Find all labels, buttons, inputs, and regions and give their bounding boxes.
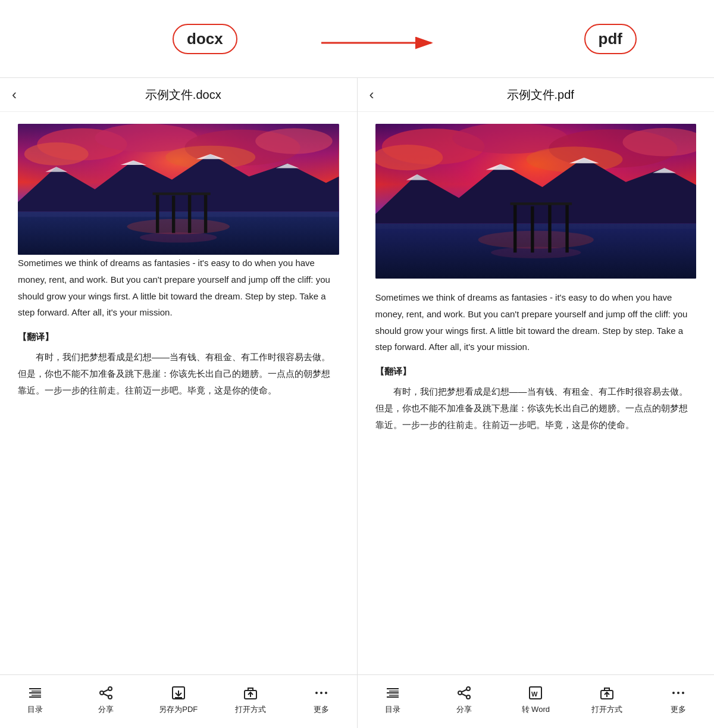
left-more-label: 更多 [314, 704, 329, 715]
docx-label: docx [173, 24, 237, 54]
docx-bubble: docx [173, 24, 237, 54]
left-photo [18, 124, 339, 255]
left-toolbar-save-pdf[interactable]: 另存为PDF [159, 685, 198, 715]
pdf-label: pdf [584, 24, 637, 54]
right-list-icon [384, 685, 401, 701]
left-more-icon [313, 685, 330, 701]
right-panel-header: ‹ 示例文件.pdf [358, 78, 715, 112]
svg-point-41 [320, 692, 322, 694]
svg-rect-60 [513, 204, 516, 252]
svg-rect-57 [375, 224, 697, 229]
svg-rect-21 [188, 192, 191, 233]
svg-text:W: W [531, 690, 538, 698]
svg-rect-61 [531, 207, 534, 253]
right-catalog-label: 目录 [385, 704, 400, 715]
svg-point-6 [95, 124, 198, 152]
right-share-label: 分享 [456, 704, 472, 715]
right-share-icon [456, 685, 472, 701]
right-translation: 有时，我们把梦想看成是幻想——当有钱、有租金、有工作时很容易去做。但是，你也不能… [375, 383, 697, 433]
word-icon: W [527, 685, 544, 701]
svg-rect-23 [153, 192, 211, 195]
svg-point-31 [100, 691, 104, 695]
open-with-icon [242, 685, 259, 701]
right-toolbar: 目录 分享 W 转 Word [358, 674, 715, 728]
right-open-with-label: 打开方式 [591, 704, 622, 715]
svg-line-73 [462, 690, 466, 692]
svg-point-79 [672, 692, 675, 694]
svg-rect-62 [548, 202, 551, 252]
svg-point-32 [108, 695, 112, 699]
left-section-label: 【翻译】 [18, 332, 339, 343]
svg-point-72 [466, 695, 470, 699]
svg-rect-19 [156, 195, 159, 233]
svg-line-74 [462, 694, 466, 696]
right-toolbar-more[interactable]: 更多 [660, 685, 696, 715]
svg-point-46 [375, 145, 443, 170]
right-photo [375, 124, 697, 279]
svg-point-30 [108, 687, 112, 690]
panels-container: ‹ 示例文件.docx [0, 77, 714, 728]
right-open-with-icon [599, 685, 615, 701]
right-more-icon [670, 685, 687, 701]
svg-point-18 [140, 232, 217, 242]
svg-point-40 [315, 692, 318, 694]
left-toolbar-more[interactable]: 更多 [303, 685, 339, 715]
svg-point-70 [466, 687, 470, 690]
left-open-with-label: 打开方式 [235, 704, 266, 715]
annotation-area: docx pdf [0, 0, 714, 77]
left-panel-content: Sometimes we think of dreams as fantasie… [0, 112, 357, 674]
svg-point-71 [458, 691, 462, 695]
svg-rect-63 [565, 204, 568, 252]
left-panel-title: 示例文件.docx [21, 87, 345, 103]
right-toolbar-open-with[interactable]: 打开方式 [589, 685, 625, 715]
left-toolbar-catalog[interactable]: 目录 [17, 685, 53, 715]
svg-rect-22 [204, 195, 207, 233]
right-toolbar-catalog[interactable]: 目录 [375, 685, 411, 715]
svg-point-5 [24, 142, 89, 165]
svg-rect-64 [510, 202, 572, 205]
svg-line-33 [104, 690, 108, 692]
right-back-button[interactable]: ‹ [369, 86, 374, 103]
left-body-text: Sometimes we think of dreams as fantasie… [18, 255, 339, 321]
left-catalog-label: 目录 [27, 704, 43, 715]
share-icon [98, 685, 114, 701]
right-panel-content: Sometimes we think of dreams as fantasie… [358, 112, 715, 674]
svg-point-42 [325, 692, 327, 694]
pdf-bubble: pdf [584, 24, 637, 54]
right-toolbar-share[interactable]: 分享 [446, 685, 482, 715]
svg-point-80 [677, 692, 679, 694]
svg-point-8 [255, 128, 332, 154]
svg-point-17 [127, 219, 230, 235]
right-body-text: Sometimes we think of dreams as fantasie… [375, 289, 697, 355]
save-pdf-icon [170, 685, 187, 701]
left-toolbar: 目录 分享 另存为PDF [0, 674, 357, 728]
left-back-button[interactable]: ‹ [12, 86, 17, 103]
right-to-word-label: 转 Word [522, 704, 550, 715]
svg-line-34 [104, 694, 108, 696]
conversion-arrow [321, 31, 440, 57]
left-share-label: 分享 [98, 704, 114, 715]
svg-point-81 [682, 692, 684, 694]
right-panel-title: 示例文件.pdf [379, 87, 703, 103]
right-more-label: 更多 [671, 704, 686, 715]
left-panel: ‹ 示例文件.docx [0, 78, 358, 728]
left-toolbar-open-with[interactable]: 打开方式 [233, 685, 268, 715]
left-panel-header: ‹ 示例文件.docx [0, 78, 357, 112]
right-panel: ‹ 示例文件.pdf [358, 78, 715, 728]
svg-rect-16 [18, 212, 339, 217]
list-icon [27, 685, 43, 701]
left-translation: 有时，我们把梦想看成是幻想——当有钱、有租金、有工作时很容易去做。但是，你也不能… [18, 349, 339, 398]
right-toolbar-to-word[interactable]: W 转 Word [518, 685, 553, 715]
svg-rect-20 [172, 196, 175, 233]
left-save-pdf-label: 另存为PDF [159, 704, 198, 715]
svg-point-58 [478, 231, 593, 249]
right-section-label: 【翻译】 [375, 366, 697, 377]
left-toolbar-share[interactable]: 分享 [88, 685, 124, 715]
